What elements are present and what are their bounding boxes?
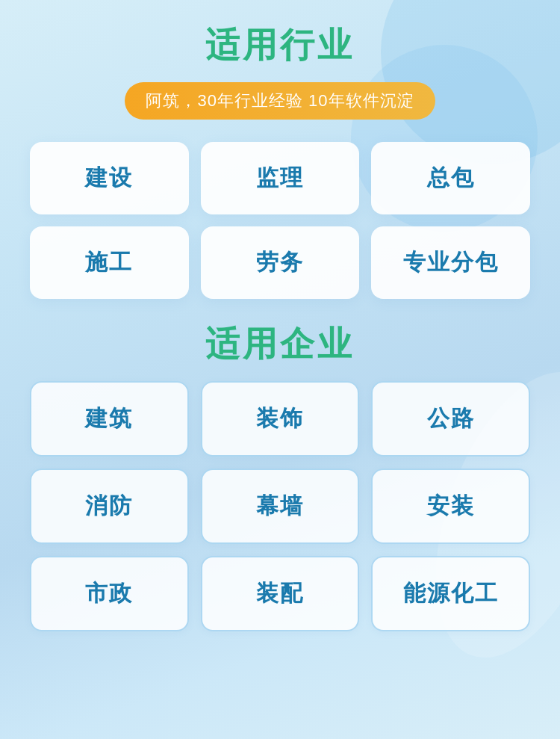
enterprise-card-label-6: 市政 xyxy=(85,578,133,609)
industry-subtitle-badge: 阿筑，30年行业经验 10年软件沉淀 xyxy=(125,82,435,120)
industry-section-title: 适用行业 xyxy=(30,22,530,69)
enterprise-card-label-7: 装配 xyxy=(256,578,304,609)
enterprise-card-label-5: 安装 xyxy=(427,491,475,522)
enterprise-card-1[interactable]: 装饰 xyxy=(201,381,360,457)
industry-card-label-1: 监理 xyxy=(256,163,304,194)
enterprise-card-label-2: 公路 xyxy=(427,403,475,434)
section-applicable-enterprise: 适用企业 建筑 装饰 公路 消防 幕墙 安装 市政 xyxy=(30,321,530,631)
industry-card-5[interactable]: 专业分包 xyxy=(371,226,530,299)
industry-cards-grid: 建设 监理 总包 施工 劳务 专业分包 xyxy=(30,142,530,299)
enterprise-cards-grid: 建筑 装饰 公路 消防 幕墙 安装 市政 装配 xyxy=(30,381,530,631)
enterprise-card-0[interactable]: 建筑 xyxy=(30,381,189,457)
enterprise-card-8[interactable]: 能源化工 xyxy=(371,556,530,631)
enterprise-card-3[interactable]: 消防 xyxy=(30,469,189,544)
enterprise-section-title: 适用企业 xyxy=(30,321,530,368)
industry-card-3[interactable]: 施工 xyxy=(30,226,189,299)
enterprise-card-6[interactable]: 市政 xyxy=(30,556,189,631)
page-container: 适用行业 阿筑，30年行业经验 10年软件沉淀 建设 监理 总包 施工 劳务 专… xyxy=(0,0,560,654)
industry-card-2[interactable]: 总包 xyxy=(371,142,530,214)
industry-card-label-0: 建设 xyxy=(85,163,133,194)
industry-card-label-2: 总包 xyxy=(427,163,475,194)
enterprise-card-label-4: 幕墙 xyxy=(256,491,304,522)
industry-card-label-3: 施工 xyxy=(85,247,133,278)
industry-card-0[interactable]: 建设 xyxy=(30,142,189,214)
enterprise-card-7[interactable]: 装配 xyxy=(201,556,360,631)
section-applicable-industry: 适用行业 阿筑，30年行业经验 10年软件沉淀 建设 监理 总包 施工 劳务 专… xyxy=(30,22,530,299)
enterprise-card-label-1: 装饰 xyxy=(256,403,304,434)
industry-card-1[interactable]: 监理 xyxy=(201,142,360,214)
enterprise-card-4[interactable]: 幕墙 xyxy=(201,469,360,544)
enterprise-card-5[interactable]: 安装 xyxy=(371,469,530,544)
enterprise-card-label-3: 消防 xyxy=(85,491,133,522)
industry-card-label-4: 劳务 xyxy=(256,247,304,278)
industry-card-label-5: 专业分包 xyxy=(403,247,499,278)
enterprise-card-label-0: 建筑 xyxy=(85,403,133,434)
industry-card-4[interactable]: 劳务 xyxy=(201,226,360,299)
enterprise-card-2[interactable]: 公路 xyxy=(371,381,530,457)
enterprise-card-label-8: 能源化工 xyxy=(403,578,499,609)
